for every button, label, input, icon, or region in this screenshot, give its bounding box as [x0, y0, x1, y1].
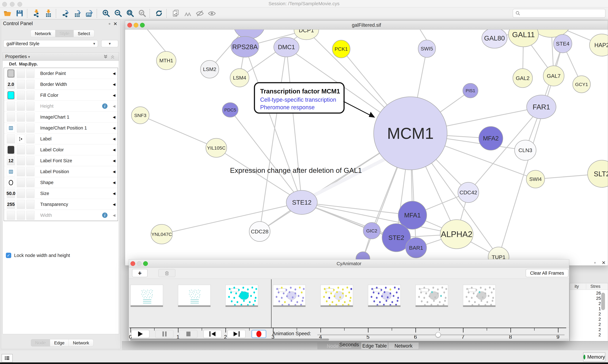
property-row[interactable]: Widthi◀ [4, 210, 118, 221]
tab-select[interactable]: Select [74, 30, 94, 37]
task-history-button[interactable] [1, 354, 13, 362]
network-node[interactable]: SNF3 [131, 107, 149, 124]
network-node[interactable]: RPS28A [231, 36, 259, 57]
mapping-cell[interactable] [17, 102, 25, 111]
network-node[interactable]: CDC42 [458, 182, 479, 203]
network-node[interactable]: SLT2 [588, 160, 608, 187]
tab-network[interactable]: Network [69, 339, 93, 346]
expand-row-icon[interactable]: ◀ [113, 210, 115, 221]
expand-row-icon[interactable]: ◀ [113, 155, 115, 166]
table-row[interactable]: 1 [570, 306, 601, 312]
bypass-cell[interactable] [26, 189, 35, 198]
new-network-from-selection-button[interactable] [170, 8, 182, 18]
default-value-cell[interactable] [7, 102, 15, 111]
annotation-text[interactable]: Expression change after deletion of GAL1 [230, 166, 362, 174]
table-scrollbar[interactable] [601, 293, 605, 310]
bypass-cell[interactable] [26, 102, 35, 111]
expand-row-icon[interactable]: ◀ [113, 112, 115, 123]
memory-button[interactable]: Memory [583, 352, 605, 362]
network-node[interactable]: LSM2 [200, 60, 219, 78]
network-node[interactable]: DCP1 [294, 30, 319, 40]
frame-thumbnail[interactable] [368, 285, 401, 307]
property-row[interactable]: 12Label Font Size◀ [4, 155, 118, 166]
mapping-cell[interactable] [17, 69, 25, 78]
table-row[interactable]: 2 [570, 312, 601, 317]
close-table-panel-icon[interactable]: ✕ [602, 260, 606, 265]
pause-button[interactable] [155, 330, 174, 338]
search-box[interactable] [513, 9, 606, 18]
tab-network[interactable]: Network [30, 30, 55, 37]
default-value-cell[interactable]: 2.0 [7, 80, 15, 89]
show-all-button[interactable] [206, 8, 218, 18]
default-value-cell[interactable] [7, 134, 15, 143]
expand-row-icon[interactable]: ◀ [113, 133, 115, 144]
zoom-out-button[interactable] [112, 8, 124, 18]
expand-row-icon[interactable]: ◀ [113, 123, 115, 133]
network-edge[interactable] [286, 47, 302, 202]
bypass-cell[interactable] [26, 123, 35, 132]
network-node[interactable]: STE4 [553, 35, 572, 53]
go-to-start-button[interactable] [203, 330, 221, 338]
annotation-box[interactable]: Transcription factor MCM1Cell-type-speci… [254, 83, 344, 113]
frame-thumbnail[interactable] [463, 285, 496, 307]
mapping-cell[interactable] [17, 91, 25, 100]
network-node[interactable]: PCK1 [332, 40, 350, 58]
bypass-cell[interactable] [26, 211, 35, 220]
delete-frame-button[interactable] [158, 269, 175, 277]
record-button[interactable] [251, 330, 266, 338]
table-row[interactable]: 25 [570, 296, 601, 301]
mapping-cell[interactable] [17, 167, 25, 176]
default-value-cell[interactable]: 12 [7, 156, 15, 165]
default-value-cell[interactable] [7, 69, 15, 78]
table-row[interactable]: 26 [570, 291, 601, 296]
network-node[interactable]: YNL047C [151, 224, 172, 244]
mapping-cell[interactable] [17, 189, 25, 198]
tab-style[interactable]: Style [55, 30, 74, 37]
expand-row-icon[interactable]: ◀ [113, 177, 115, 188]
property-row[interactable]: Shape◀ [4, 177, 118, 188]
bypass-cell[interactable] [26, 145, 35, 154]
tab-edge[interactable]: Edge [50, 339, 69, 346]
table-row[interactable]: 2 [570, 301, 601, 306]
mapping-cell[interactable] [17, 80, 25, 89]
property-row[interactable]: Label◀ [4, 133, 118, 144]
bypass-cell[interactable] [26, 80, 35, 89]
property-row[interactable]: Label Color◀ [4, 144, 118, 155]
bypass-cell[interactable] [26, 134, 35, 143]
frame-thumbnail[interactable] [178, 285, 211, 307]
property-row[interactable]: Fill Color◀ [4, 90, 118, 101]
default-value-cell[interactable] [7, 167, 15, 176]
animation-speed-slider-thumb[interactable] [435, 332, 441, 338]
default-value-cell[interactable] [7, 123, 15, 132]
lock-node-size-row[interactable]: ✓ Lock node width and height [6, 253, 70, 258]
bypass-cell[interactable] [26, 113, 35, 122]
network-node[interactable]: FAR1 [527, 95, 556, 119]
scrollbar-thumb[interactable] [130, 338, 329, 341]
network-edge[interactable] [147, 30, 166, 52]
property-row[interactable]: Heighti◀ [4, 101, 118, 112]
apply-preferred-layout-button[interactable] [153, 8, 165, 18]
bypass-cell[interactable] [26, 69, 35, 78]
open-session-button[interactable] [1, 8, 14, 18]
table-row[interactable]: 2 [570, 333, 601, 338]
network-node[interactable]: GIC2 [363, 222, 380, 239]
expand-row-icon[interactable]: ◀ [113, 199, 115, 210]
default-value-cell[interactable] [7, 178, 15, 187]
bypass-cell[interactable] [26, 156, 35, 165]
frame-thumbnail[interactable] [225, 285, 258, 307]
network-edge[interactable] [162, 202, 302, 234]
network-node[interactable]: DMC1 [274, 37, 299, 57]
network-node[interactable]: YIL105C [206, 138, 227, 157]
mapping-cell[interactable] [17, 156, 25, 165]
table-column-header[interactable]: Stres [590, 284, 600, 289]
mapping-cell[interactable] [17, 211, 25, 220]
default-value-cell[interactable]: 255 [7, 200, 15, 209]
network-edge[interactable] [420, 30, 427, 40]
frame-thumbnail[interactable] [273, 285, 305, 307]
expand-row-icon[interactable]: ◀ [113, 68, 115, 79]
network-node[interactable]: SWI4 [526, 170, 545, 188]
network-edge[interactable] [245, 47, 302, 202]
network-node[interactable]: STE12 [286, 190, 317, 214]
zoom-fit-button[interactable] [124, 8, 136, 18]
default-value-cell[interactable] [7, 91, 15, 100]
